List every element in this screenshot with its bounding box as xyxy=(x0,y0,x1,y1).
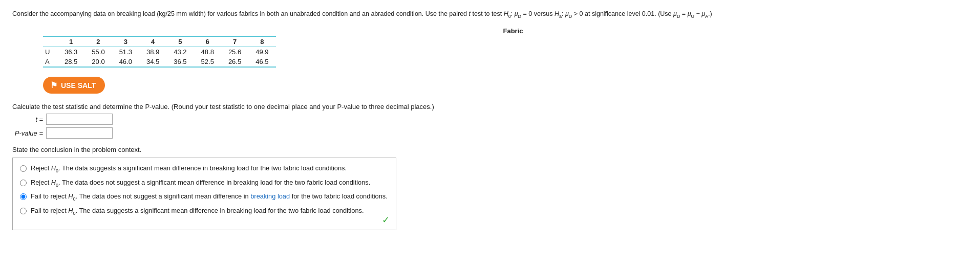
data-table: 1 2 3 4 5 6 7 8 U 36.3 55.0 51.3 38.9 43… xyxy=(43,36,276,68)
t-label: t = xyxy=(12,116,43,123)
table-section: Fabric 1 2 3 4 5 6 7 8 U 36.3 55.0 51.3 … xyxy=(43,27,968,68)
option-radio-2[interactable] xyxy=(20,180,27,186)
cell-a-1: 28.5 xyxy=(57,57,84,67)
use-salt-label: USE SALT xyxy=(61,81,96,90)
col-8: 8 xyxy=(248,36,275,47)
option-radio-3[interactable] xyxy=(20,193,27,200)
cell-a-3: 46.0 xyxy=(112,57,139,67)
col-1: 1 xyxy=(57,36,84,47)
pvalue-input[interactable] xyxy=(46,127,113,139)
col-2: 2 xyxy=(84,36,112,47)
col-3: 3 xyxy=(112,36,139,47)
pvalue-label: P-value = xyxy=(12,129,43,137)
cell-u-3: 51.3 xyxy=(112,47,139,57)
option-row-2: Reject H0. The data does not suggest a s… xyxy=(20,179,389,188)
col-empty xyxy=(43,36,57,47)
pvalue-row: P-value = xyxy=(12,127,968,139)
cell-a-8: 46.5 xyxy=(248,57,275,67)
cell-u-1: 36.3 xyxy=(57,47,84,57)
option-label-3: Fail to reject H0. The data does not sug… xyxy=(31,192,388,202)
row-label-u: U xyxy=(43,47,57,57)
cell-u-7: 25.6 xyxy=(221,47,248,57)
option-row-3: Fail to reject H0. The data does not sug… xyxy=(20,192,389,202)
cell-u-2: 55.0 xyxy=(84,47,112,57)
col-4: 4 xyxy=(139,36,166,47)
state-instruction: State the conclusion in the problem cont… xyxy=(12,146,968,153)
row-label-a: A xyxy=(43,57,57,67)
table-row-a: A 28.5 20.0 46.0 34.5 36.5 52.5 26.5 46.… xyxy=(43,57,276,67)
col-5: 5 xyxy=(166,36,194,47)
table-row-u: U 36.3 55.0 51.3 38.9 43.2 48.8 25.6 49.… xyxy=(43,47,276,57)
option-radio-1[interactable] xyxy=(20,165,27,172)
cell-u-6: 48.8 xyxy=(194,47,221,57)
table-header-row: 1 2 3 4 5 6 7 8 xyxy=(43,36,276,47)
option-label-4: Fail to reject H0. The data suggests a s… xyxy=(31,207,364,216)
checkmark-icon: ✓ xyxy=(382,214,390,226)
state-section: State the conclusion in the problem cont… xyxy=(12,146,968,230)
option-radio-4[interactable] xyxy=(20,208,27,214)
options-box: Reject H0. The data suggests a significa… xyxy=(12,158,396,230)
option-label-1: Reject H0. The data suggests a significa… xyxy=(31,164,347,173)
t-input[interactable] xyxy=(46,114,113,125)
cell-a-7: 26.5 xyxy=(221,57,248,67)
calc-section: Calculate the test statistic and determi… xyxy=(12,103,968,139)
calc-instruction: Calculate the test statistic and determi… xyxy=(12,103,968,110)
cell-u-8: 49.9 xyxy=(248,47,275,57)
salt-icon: ⚑ xyxy=(50,80,57,90)
cell-a-6: 52.5 xyxy=(194,57,221,67)
cell-a-4: 34.5 xyxy=(139,57,166,67)
cell-a-5: 36.5 xyxy=(166,57,194,67)
option-label-2: Reject H0. The data does not suggest a s… xyxy=(31,179,370,188)
cell-u-4: 38.9 xyxy=(139,47,166,57)
col-6: 6 xyxy=(194,36,221,47)
option-row-4: Fail to reject H0. The data suggests a s… xyxy=(20,207,389,216)
cell-a-2: 20.0 xyxy=(84,57,112,67)
option-row-1: Reject H0. The data suggests a significa… xyxy=(20,164,389,173)
problem-text: Consider the accompanying data on breaki… xyxy=(12,9,729,20)
fabric-label: Fabric xyxy=(43,27,968,35)
col-7: 7 xyxy=(221,36,248,47)
cell-u-5: 43.2 xyxy=(166,47,194,57)
use-salt-button[interactable]: ⚑ USE SALT xyxy=(43,77,105,94)
t-row: t = xyxy=(12,114,968,125)
